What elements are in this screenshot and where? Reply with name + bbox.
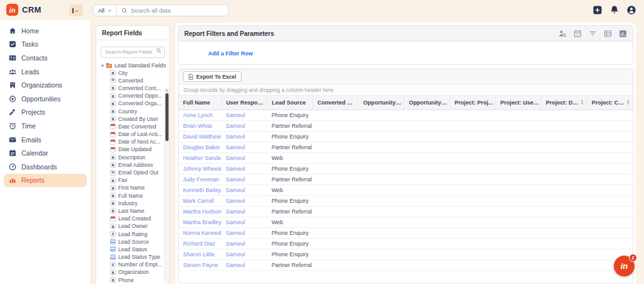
scroll-up-arrow-icon[interactable]: ▲ xyxy=(165,88,169,93)
user-responsible-link[interactable]: Sameul xyxy=(226,166,245,172)
tree-field-item[interactable]: Email Opted Out xyxy=(110,169,163,176)
sidebar-item-emails[interactable]: Emails xyxy=(0,133,91,147)
tree-field-item[interactable]: Last Name xyxy=(110,207,163,215)
user-responsible-link[interactable]: Sameul xyxy=(226,241,245,247)
table-row[interactable]: Douglas Baker Sameul Partner Referral xyxy=(179,142,633,152)
tree-field-item[interactable]: Date of Next Ac... xyxy=(110,138,163,145)
tree-root-lead-standard-fields[interactable]: Lead Standard Fields xyxy=(101,62,163,69)
column-user-responsible[interactable]: User Responsi...⋮ xyxy=(221,96,267,110)
add-filter-row-link[interactable]: Add a Filter Row xyxy=(208,50,253,57)
tree-field-item[interactable]: Lead Rating xyxy=(110,230,163,237)
tree-field-item[interactable]: Phone xyxy=(110,276,163,284)
table-view-icon[interactable] xyxy=(604,30,612,38)
tree-field-item[interactable]: Lead Status xyxy=(110,246,163,253)
sidebar-item-organizations[interactable]: Organizations xyxy=(0,78,91,92)
table-row[interactable]: Anne Lynch Sameul Phone Enquiry xyxy=(179,110,633,120)
tree-field-item[interactable]: Industry xyxy=(110,200,163,207)
sidebar-item-leads[interactable]: Leads xyxy=(0,65,91,79)
sidebar-item-home[interactable]: Home xyxy=(0,24,91,38)
table-row[interactable]: David Matthews Sameul Phone Enquiry xyxy=(179,131,633,142)
tree-scrollbar[interactable]: ▲ xyxy=(164,88,169,284)
table-row[interactable]: Kenneth Bailey Sameul Web xyxy=(179,185,633,195)
lead-name-link[interactable]: Norma Kennedy xyxy=(183,230,221,236)
group-by-bar[interactable]: Group records by dragging and dropping a… xyxy=(179,84,633,96)
lead-name-link[interactable]: Mark Carroll xyxy=(183,198,214,204)
user-responsible-link[interactable]: Sameul xyxy=(226,262,245,268)
global-search[interactable]: All xyxy=(93,4,229,16)
table-row[interactable]: Steven Payne Sameul Partner Referral xyxy=(179,259,633,270)
user-search-icon[interactable] xyxy=(558,30,567,38)
table-row[interactable]: Johnny Wheeler Sameul Phone Enquiry xyxy=(179,163,633,174)
tree-field-item[interactable]: Organization xyxy=(110,268,163,276)
column-project-user[interactable]: Project: User...⋮ xyxy=(496,96,541,110)
sidebar-item-tasks[interactable]: Tasks xyxy=(0,38,91,52)
lead-name-link[interactable]: Douglas Baker xyxy=(183,144,220,151)
lead-name-link[interactable]: Kenneth Bailey xyxy=(183,187,221,193)
column-project-project[interactable]: Project: Proj...⋮ xyxy=(450,96,496,110)
table-row[interactable]: Martha Bradley Sameul Web xyxy=(179,217,633,227)
user-responsible-link[interactable]: Sameul xyxy=(226,198,245,204)
tree-field-item[interactable]: Date Converted xyxy=(110,123,163,130)
sidebar-item-contacts[interactable]: Contacts xyxy=(0,51,91,65)
sidebar-item-reports[interactable]: Reports xyxy=(4,174,87,188)
user-responsible-link[interactable]: Sameul xyxy=(226,155,245,161)
sidebar-item-opportunities[interactable]: Opportunities xyxy=(0,92,91,106)
column-project-completed[interactable]: Project: Comp...⋮ xyxy=(587,96,633,110)
table-row[interactable]: Mark Carroll Sameul Phone Enquiry xyxy=(179,195,633,206)
table-row[interactable]: Norma Kennedy Sameul Phone Enquiry xyxy=(179,227,633,238)
chart-view-icon[interactable] xyxy=(619,30,627,38)
user-responsible-link[interactable]: Sameul xyxy=(226,123,245,129)
table-row[interactable]: Judy Freeman Sameul Partner Referral xyxy=(179,174,633,185)
notifications-bell-icon[interactable] xyxy=(609,5,619,15)
tree-field-item[interactable]: First Name xyxy=(110,184,163,191)
user-responsible-link[interactable]: Sameul xyxy=(226,176,245,183)
column-menu-icon[interactable]: ⋮ xyxy=(625,99,631,105)
tree-field-item[interactable]: Converted xyxy=(110,77,163,84)
table-row[interactable]: Sharon Little Sameul Phone Enquiry xyxy=(179,249,633,259)
tree-field-item[interactable]: Created By User xyxy=(110,115,163,123)
tree-field-item[interactable]: Fax xyxy=(110,176,163,184)
table-row[interactable]: Heather Sanders Sameul Web xyxy=(179,152,633,163)
tree-field-item[interactable]: Country xyxy=(110,107,163,115)
table-row[interactable]: Martha Hudson Sameul Partner Referral xyxy=(179,206,633,217)
lead-name-link[interactable]: David Matthews xyxy=(183,133,221,140)
lead-name-link[interactable]: Sharon Little xyxy=(183,251,215,258)
user-responsible-link[interactable]: Sameul xyxy=(226,144,245,151)
lead-name-link[interactable]: Judy Freeman xyxy=(183,176,219,183)
tree-field-item[interactable]: Lead Created xyxy=(110,215,163,222)
chat-fab-button[interactable]: in 2 xyxy=(614,256,635,276)
app-logo[interactable]: in CRM xyxy=(6,4,42,16)
sidebar-item-time[interactable]: Time xyxy=(0,119,91,133)
lead-name-link[interactable]: Johnny Wheeler xyxy=(183,166,221,172)
tree-field-item[interactable]: Converted Orga... xyxy=(110,99,163,107)
column-lead-source[interactable]: Lead Source⋮ xyxy=(267,96,313,110)
sidebar-collapse-button[interactable]: ← xyxy=(69,4,83,16)
report-fields-search-input[interactable] xyxy=(101,47,165,58)
sidebar-item-projects[interactable]: Projects xyxy=(0,106,91,120)
lead-name-link[interactable]: Steven Payne xyxy=(183,262,218,268)
calendar-icon[interactable] xyxy=(574,30,582,38)
tree-expand-caret-icon[interactable] xyxy=(101,64,104,67)
lead-name-link[interactable]: Heather Sanders xyxy=(183,155,221,161)
user-responsible-link[interactable]: Sameul xyxy=(226,187,245,193)
table-row[interactable]: Richard Diaz Sameul Phone Enquiry xyxy=(179,238,633,249)
user-responsible-link[interactable]: Sameul xyxy=(226,112,245,118)
tree-field-item[interactable]: Email Address xyxy=(110,161,163,169)
tree-field-item[interactable]: Full Name xyxy=(110,192,163,200)
export-to-excel-button[interactable]: Export To Excel xyxy=(183,71,242,82)
tree-field-item[interactable]: Converted Cont... xyxy=(110,84,163,92)
search-scope-select[interactable]: All xyxy=(94,5,117,16)
column-opportunity-1[interactable]: Opportunity: ...⋮ xyxy=(358,96,404,110)
column-opportunity-2[interactable]: Opportunity: ...⋮ xyxy=(404,96,450,110)
column-full-name[interactable]: Full Name⋮ xyxy=(179,96,221,110)
user-responsible-link[interactable]: Sameul xyxy=(226,251,245,258)
tree-field-item[interactable]: Date Updated xyxy=(110,145,163,153)
lead-name-link[interactable]: Martha Bradley xyxy=(183,219,221,225)
column-converted-opportunity[interactable]: Converted Opp...⋮ xyxy=(313,96,358,110)
lead-name-link[interactable]: Brian White xyxy=(183,123,213,129)
sidebar-item-dashboards[interactable]: Dashboards xyxy=(0,160,91,174)
lead-name-link[interactable]: Richard Diaz xyxy=(183,241,216,247)
scrollbar-thumb[interactable] xyxy=(165,93,169,141)
lead-name-link[interactable]: Martha Hudson xyxy=(183,208,221,215)
search-input[interactable] xyxy=(128,7,228,14)
